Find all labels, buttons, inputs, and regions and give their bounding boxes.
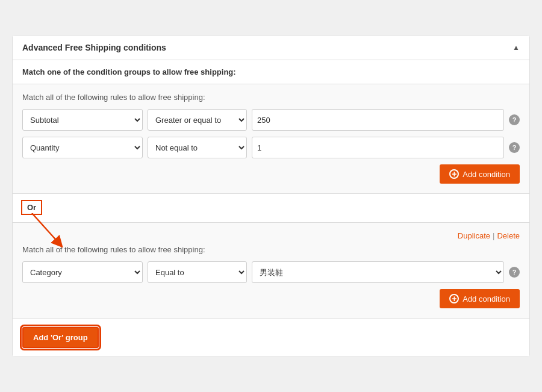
add-or-group-button[interactable]: Add 'Or' group bbox=[22, 327, 99, 348]
field-select-1[interactable]: Subtotal Quantity Category Weight bbox=[22, 109, 143, 131]
panel-title: Advanced Free Shipping conditions bbox=[22, 43, 166, 52]
group1-rule-label: Match all of the following rules to allo… bbox=[22, 93, 520, 102]
plus-icon-2: + bbox=[449, 294, 459, 303]
or-section: Or bbox=[13, 194, 529, 223]
value-input-1[interactable] bbox=[252, 109, 504, 131]
condition-row-1: Subtotal Quantity Category Weight Greate… bbox=[22, 109, 520, 131]
add-condition-row-1: + Add condition bbox=[22, 164, 520, 184]
help-icon-3[interactable]: ? bbox=[509, 267, 520, 278]
help-icon-2[interactable]: ? bbox=[509, 142, 520, 153]
condition-group-2: Duplicate | Delete Match all of the foll… bbox=[13, 223, 529, 319]
condition-row-3: Subtotal Quantity Category Weight Equal … bbox=[22, 261, 520, 283]
panel-header: Advanced Free Shipping conditions ▲ bbox=[13, 36, 529, 60]
add-condition-label-1: Add condition bbox=[463, 170, 510, 179]
panel-subtitle: Match one of the condition groups to all… bbox=[13, 60, 529, 84]
collapse-icon[interactable]: ▲ bbox=[512, 43, 520, 52]
operator-select-2[interactable]: Greater or equal to Less or equal to Equ… bbox=[148, 137, 247, 158]
plus-icon-1: + bbox=[449, 169, 459, 179]
delete-link[interactable]: Delete bbox=[497, 231, 520, 240]
help-icon-1[interactable]: ? bbox=[509, 114, 520, 125]
value-input-2[interactable] bbox=[252, 137, 504, 158]
group2-rule-label: Match all of the following rules to allo… bbox=[22, 245, 520, 254]
field-select-2[interactable]: Subtotal Quantity Category Weight bbox=[22, 137, 143, 158]
field-select-3[interactable]: Subtotal Quantity Category Weight bbox=[22, 261, 143, 283]
action-separator: | bbox=[493, 231, 494, 240]
add-condition-label-2: Add condition bbox=[463, 294, 510, 303]
condition-row-2: Subtotal Quantity Category Weight Greate… bbox=[22, 137, 520, 158]
main-container: Advanced Free Shipping conditions ▲ Matc… bbox=[12, 35, 530, 357]
group2-actions: Duplicate | Delete bbox=[22, 231, 520, 240]
duplicate-link[interactable]: Duplicate bbox=[458, 231, 490, 240]
svg-line-0 bbox=[32, 213, 59, 243]
footer-section: Add 'Or' group bbox=[13, 319, 529, 356]
value-select-3[interactable]: 男装鞋 bbox=[252, 261, 504, 283]
add-condition-button-2[interactable]: + Add condition bbox=[440, 289, 520, 308]
condition-group-1: Match all of the following rules to allo… bbox=[13, 84, 529, 194]
arrow-annotation bbox=[26, 213, 74, 249]
operator-select-1[interactable]: Greater or equal to Less or equal to Equ… bbox=[148, 109, 247, 131]
operator-select-3[interactable]: Equal to Not equal to Contains bbox=[148, 261, 247, 283]
add-condition-button-1[interactable]: + Add condition bbox=[440, 164, 520, 184]
add-condition-row-2: + Add condition bbox=[22, 289, 520, 308]
